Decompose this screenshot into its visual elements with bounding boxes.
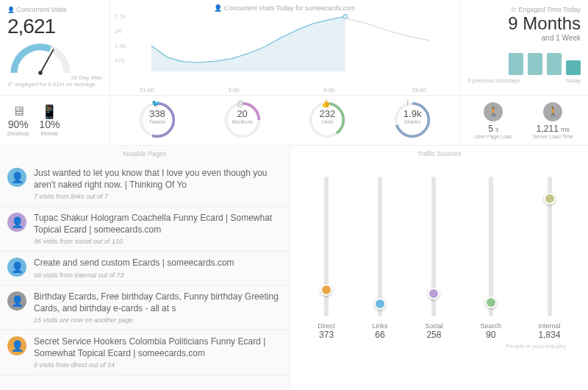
source-value: 258 xyxy=(426,330,441,340)
social-label: Tweets xyxy=(138,119,176,124)
page-row[interactable]: 👤Secret Service Hookers Colombia Politic… xyxy=(0,330,290,375)
timing-label: Server Load Time xyxy=(533,134,573,139)
chart-title: 👤 Concurrent Visits Today for someecards… xyxy=(214,4,355,12)
device-item: 📱10%Mobile xyxy=(39,104,60,137)
slider-knob[interactable] xyxy=(544,193,556,205)
pages-title: Notable Pages xyxy=(0,146,290,162)
footer-note: People in your industry xyxy=(299,340,579,352)
timing-value: 1,211 xyxy=(537,124,559,134)
page-row[interactable]: 👤Just wanted to let you know that I love… xyxy=(0,162,290,207)
page-avatar-icon: 👤 xyxy=(7,336,26,355)
page-title: Create and send custom Ecards | someecar… xyxy=(34,258,234,269)
social-value: 232 xyxy=(308,108,346,119)
page-row[interactable]: 👤Tupac Shakur Hologram Coachella Funny E… xyxy=(0,207,290,252)
social-icon: 🐦 xyxy=(151,99,160,107)
page-sub: 96 visits from social out of 110 xyxy=(34,238,282,245)
slider-knob[interactable] xyxy=(320,284,332,296)
monday-bar xyxy=(566,60,581,75)
page-title: Just wanted to let you know that I love … xyxy=(34,168,282,191)
social-icon: @ xyxy=(237,99,244,107)
page-avatar-icon: 👤 xyxy=(7,213,26,232)
timing-panel: 🚶5 sUser Page Load🚶1,211 msServer Load T… xyxy=(459,98,588,143)
slider-track xyxy=(548,177,552,316)
svg-line-0 xyxy=(40,49,54,73)
slider-knob[interactable] xyxy=(485,297,497,308)
slider-track xyxy=(378,177,382,316)
social-label: Likes xyxy=(308,119,346,124)
device-pct: 10% xyxy=(39,118,60,130)
page-avatar-icon: 👤 xyxy=(7,258,26,277)
slider-track xyxy=(489,177,493,316)
page-avatar-icon: 👤 xyxy=(7,168,26,187)
social-label: Mentions xyxy=(223,119,262,124)
social-value: 338 xyxy=(138,108,176,119)
social-label: Shares xyxy=(393,119,431,124)
source-slider[interactable]: Social258 xyxy=(425,177,443,340)
page-title: Tupac Shakur Hologram Coachella Funny Ec… xyxy=(34,213,282,235)
visits-chart-panel: 👤 Concurrent Visits Today for someecards… xyxy=(110,0,459,95)
slider-track xyxy=(431,177,436,316)
source-slider[interactable]: Links66 xyxy=(373,177,388,340)
slider-knob[interactable] xyxy=(428,288,440,299)
concurrent-value: 2,621 xyxy=(7,15,102,38)
engaged-main: 9 Months xyxy=(467,13,581,34)
gauge-chart xyxy=(7,40,74,73)
source-label: Search xyxy=(480,322,501,330)
engaged-avg-label: ⏱ engaged for 0:41m on average xyxy=(7,81,102,88)
monday-bar xyxy=(547,53,562,75)
source-slider[interactable]: Direct373 xyxy=(318,177,335,340)
page-title: Birthday Ecards, Free birthday Cards, Fu… xyxy=(34,291,282,314)
page-avatar-icon: 👤 xyxy=(7,291,26,311)
social-ring[interactable]: 👍232Likes xyxy=(308,101,346,141)
social-icon: f xyxy=(406,99,409,107)
source-label: Internal xyxy=(539,322,561,330)
social-value: 1.9k xyxy=(393,108,431,119)
page-row[interactable]: 👤Birthday Ecards, Free birthday Cards, F… xyxy=(0,286,290,330)
svg-point-2 xyxy=(343,15,347,18)
device-item: 🖥90%Desktop xyxy=(7,104,29,137)
source-value: 90 xyxy=(486,330,495,340)
engaged-label: Engaged Time Today xyxy=(467,6,581,13)
devices-panel: 🖥90%Desktop📱10%Mobile xyxy=(0,98,110,143)
monday-bars xyxy=(467,49,581,75)
source-value: 373 xyxy=(319,330,334,340)
engaged-and: and 1 Week xyxy=(467,34,581,42)
concurrent-label: Concurrent Visits xyxy=(7,6,102,13)
social-ring[interactable]: @20Mentions xyxy=(223,101,262,141)
engaged-time-panel: Engaged Time Today 9 Months and 1 Week 3… xyxy=(459,0,588,95)
page-row[interactable]: 👤Create and send custom Ecards | someeca… xyxy=(0,252,290,286)
device-label: Desktop xyxy=(7,130,29,137)
page-title: Secret Service Hookers Colombia Politici… xyxy=(34,336,282,359)
device-icon: 🖥 xyxy=(7,104,29,118)
social-ring[interactable]: f1.9kShares xyxy=(393,101,431,141)
notable-pages-panel: Notable Pages 👤Just wanted to let you kn… xyxy=(0,146,290,390)
monday-bar xyxy=(509,53,523,75)
source-slider[interactable]: Search90 xyxy=(480,177,501,340)
social-value: 20 xyxy=(223,108,262,119)
timing-item: 🚶5 sUser Page Load xyxy=(475,102,512,139)
timing-label: User Page Load xyxy=(475,134,512,139)
concurrent-visits-panel: Concurrent Visits 2,621 30 Day Max ⏱ eng… xyxy=(0,0,110,95)
device-icon: 📱 xyxy=(39,104,60,118)
walker-icon: 🚶 xyxy=(484,102,503,121)
svg-point-1 xyxy=(38,71,42,74)
social-ring[interactable]: 🐦338Tweets xyxy=(138,101,176,141)
source-value: 66 xyxy=(375,330,384,340)
page-sub: 68 visits from internal out of 73 xyxy=(34,272,234,279)
traffic-sources-panel: Traffic Sources Direct373Links66Social25… xyxy=(290,146,588,390)
social-panel: 🐦338Tweets@20Mentions👍232Likesf1.9kShare… xyxy=(110,96,459,145)
walker-icon: 🚶 xyxy=(543,102,562,121)
monday-bar xyxy=(528,53,542,75)
slider-knob[interactable] xyxy=(374,298,386,310)
page-sub: 7 visits from links out of 7 xyxy=(34,193,282,200)
sources-title: Traffic Sources xyxy=(299,146,579,162)
social-icon: 👍 xyxy=(321,99,330,107)
source-slider[interactable]: Internal1,834 xyxy=(539,177,561,340)
device-label: Mobile xyxy=(39,130,60,137)
source-label: Direct xyxy=(318,322,335,330)
source-value: 1,834 xyxy=(539,330,561,340)
device-pct: 90% xyxy=(7,118,29,130)
area-chart xyxy=(132,13,448,78)
source-label: Links xyxy=(373,322,388,330)
slider-track xyxy=(324,177,329,316)
